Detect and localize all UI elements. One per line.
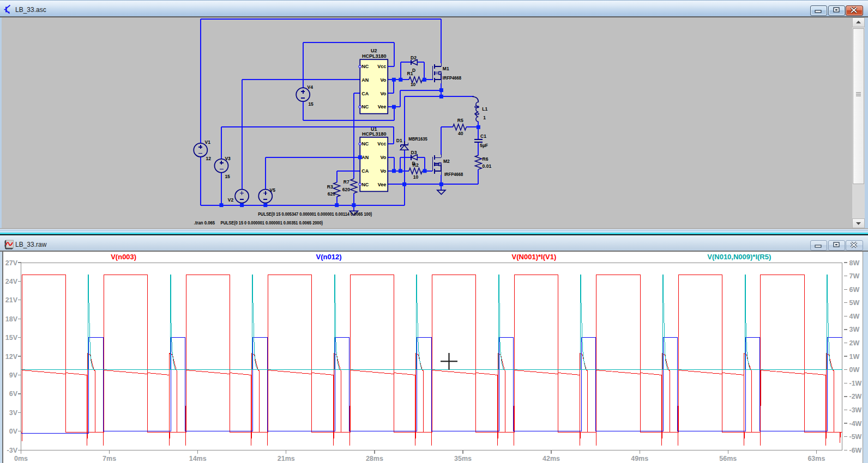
- svg-text:0ms: 0ms: [14, 455, 28, 462]
- svg-text:35ms: 35ms: [454, 455, 472, 462]
- svg-text:-6W: -6W: [849, 447, 862, 454]
- svg-text:15V: 15V: [5, 334, 18, 342]
- svg-text:0V: 0V: [9, 428, 18, 435]
- svg-text:21V: 21V: [5, 296, 18, 304]
- svg-text:4W: 4W: [849, 313, 860, 320]
- svg-text:42ms: 42ms: [542, 455, 560, 462]
- svg-text:6W: 6W: [849, 286, 860, 294]
- svg-text:2W: 2W: [849, 339, 860, 347]
- svg-text:28ms: 28ms: [366, 455, 383, 462]
- svg-text:-1W: -1W: [849, 380, 862, 387]
- svg-text:21ms: 21ms: [278, 455, 295, 462]
- svg-text:-5W: -5W: [849, 433, 862, 441]
- svg-text:24V: 24V: [5, 278, 18, 285]
- svg-text:56ms: 56ms: [719, 455, 737, 462]
- svg-text:18V: 18V: [5, 315, 18, 323]
- svg-text:V(N010,N009)*I(R5): V(N010,N009)*I(R5): [707, 253, 771, 261]
- svg-text:27V: 27V: [5, 259, 18, 267]
- svg-text:-4W: -4W: [849, 420, 862, 428]
- svg-text:14ms: 14ms: [189, 455, 207, 462]
- svg-text:5W: 5W: [849, 299, 860, 307]
- svg-text:V(N001)*I(V1): V(N001)*I(V1): [512, 253, 557, 261]
- svg-text:V(n003): V(n003): [111, 253, 136, 261]
- svg-text:7ms: 7ms: [103, 455, 116, 462]
- svg-text:49ms: 49ms: [631, 455, 648, 462]
- svg-text:63ms: 63ms: [807, 455, 825, 462]
- svg-text:1W: 1W: [849, 353, 860, 361]
- svg-text:8W: 8W: [849, 259, 860, 267]
- svg-text:3V: 3V: [9, 409, 18, 417]
- svg-text:-3W: -3W: [849, 406, 862, 414]
- svg-text:9V: 9V: [9, 371, 18, 379]
- svg-text:3W: 3W: [849, 326, 860, 333]
- svg-text:-2W: -2W: [849, 393, 862, 400]
- svg-text:6V: 6V: [9, 390, 18, 398]
- svg-text:-3V: -3V: [7, 447, 18, 454]
- svg-text:V(n012): V(n012): [316, 253, 342, 261]
- svg-text:12V: 12V: [5, 353, 18, 361]
- svg-text:0W: 0W: [849, 366, 860, 374]
- svg-text:7W: 7W: [849, 272, 860, 280]
